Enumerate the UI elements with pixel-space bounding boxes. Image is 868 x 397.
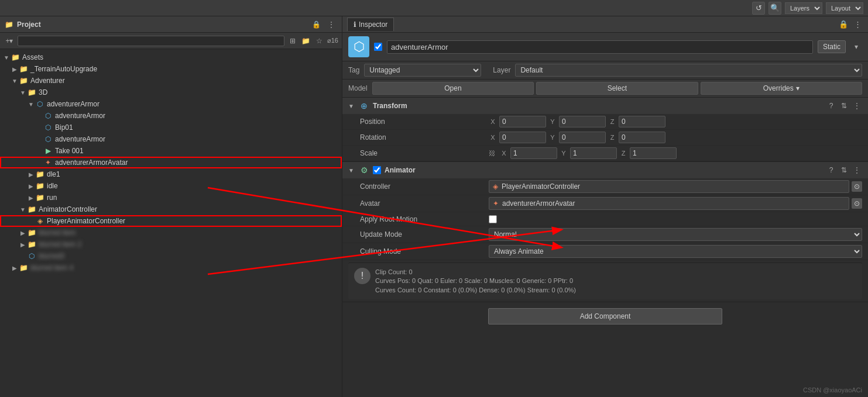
tree-item-adventurearmor-child[interactable]: ⬡adventureArmor	[0, 110, 342, 122]
position-y-input[interactable]	[559, 116, 606, 127]
view-icon-btn[interactable]: ⊞	[287, 35, 299, 47]
history-icon[interactable]: ↺	[752, 2, 765, 15]
tree-label-idle1: dle1	[47, 170, 60, 178]
culling-mode-dropdown[interactable]: Always Animate	[489, 245, 862, 258]
object-big-icon: ⬡	[348, 36, 369, 57]
rotation-y-input[interactable]	[559, 132, 606, 143]
chevron-down-icon: ▾	[796, 84, 800, 92]
add-component-button[interactable]: Add Component	[488, 308, 722, 324]
update-mode-dropdown[interactable]: Normal	[489, 228, 862, 241]
tree-item-blurred2[interactable]: ▶📁blurred item 2	[0, 239, 342, 250]
search-icon[interactable]: 🔍	[768, 2, 781, 15]
tree-item-blurred4[interactable]: ▶📁blurred item 4	[0, 262, 342, 274]
info-curves: Curves Pos: 0 Quat: 0 Euler: 0 Scale: 0 …	[375, 277, 576, 285]
static-button[interactable]: Static	[818, 40, 846, 53]
inspector-menu-btn[interactable]: ⋮	[852, 19, 863, 30]
tree-icon-terrainauto: 📁	[19, 64, 28, 74]
tree-label-animcontroller: AnimatorController	[39, 205, 97, 213]
tree-item-idle1[interactable]: ▶📁dle1	[0, 168, 342, 180]
animator-more-btn[interactable]: ⇅	[839, 165, 849, 175]
position-row: Position X Y Z	[342, 114, 868, 130]
open-button[interactable]: Open	[372, 82, 534, 95]
position-x-input[interactable]	[499, 116, 546, 127]
static-arrow-btn[interactable]: ▾	[850, 41, 862, 53]
inspector-lock-btn[interactable]: 🔒	[838, 19, 849, 30]
info-icon: ℹ	[354, 20, 356, 29]
layout-dropdown[interactable]: Layout	[826, 2, 863, 14]
tree-label-bip01: Bip01	[55, 123, 73, 132]
pos-z-label: Z	[608, 118, 616, 125]
tree-item-blurred3[interactable]: ⬡blurred3	[0, 250, 342, 262]
layers-dropdown[interactable]: Layers	[785, 2, 822, 14]
animator-enable-checkbox[interactable]	[373, 166, 381, 174]
tag-dropdown[interactable]: Untagged	[364, 64, 481, 77]
pos-y-label: Y	[548, 118, 557, 125]
tree-label-idle: idle	[47, 182, 58, 190]
rotation-x-input[interactable]	[499, 132, 546, 143]
tree-item-idle[interactable]: ▶📁idle	[0, 180, 342, 192]
scale-link-icon: ⛓	[489, 150, 495, 157]
scale-y-input[interactable]	[570, 147, 617, 159]
tree-item-animcontroller[interactable]: ▼📁AnimatorController	[0, 203, 342, 215]
add-button[interactable]: +▾	[4, 35, 15, 47]
animator-help-btn[interactable]: ?	[826, 165, 836, 175]
tree-label-adventurearmor-child: adventureArmor	[55, 112, 105, 120]
tree-label-blurred4: blurred item 4	[30, 264, 73, 272]
select-button[interactable]: Select	[536, 82, 698, 95]
apply-root-motion-checkbox[interactable]	[489, 215, 497, 223]
rot-x-label: X	[489, 134, 497, 141]
tree-item-adventurerArmorAvatar[interactable]: ✦adventurerArmorAvatar	[0, 157, 342, 168]
avatar-link-btn[interactable]: ⊙	[852, 198, 862, 209]
layer-dropdown[interactable]: Default	[515, 64, 862, 77]
update-mode-row: Update Mode Normal	[342, 226, 868, 243]
object-name-input[interactable]	[387, 40, 813, 54]
tree-item-bip01[interactable]: ⬡Bip01	[0, 122, 342, 133]
transform-help-btn[interactable]: ?	[826, 101, 836, 111]
animator-menu-btn[interactable]: ⋮	[852, 165, 862, 175]
culling-mode-label: Culling Mode	[360, 247, 489, 256]
tree-item-playeranimctrl[interactable]: ◈PlayerAnimatorController	[0, 215, 342, 227]
search-input[interactable]	[18, 36, 284, 46]
tag-label: Tag	[348, 66, 359, 74]
project-panel-header: 📁 Project 🔒 ⋮	[0, 16, 342, 33]
overrides-button[interactable]: Overrides ▾	[701, 82, 862, 95]
controller-link-btn[interactable]: ⊙	[852, 181, 862, 192]
project-title: Project	[17, 20, 41, 29]
scale-z-input[interactable]	[630, 147, 677, 159]
rotation-label: Rotation	[360, 133, 489, 141]
tree-label-assets: Assets	[22, 53, 43, 61]
scale-x-input[interactable]	[510, 147, 557, 159]
tree-item-adventurer[interactable]: ▼📁Adventurer	[0, 75, 342, 87]
animator-title: Animator	[385, 166, 822, 174]
scale-z-label: Z	[619, 150, 627, 157]
tree-item-assets[interactable]: ▼📁Assets	[0, 51, 342, 63]
tree-item-3d[interactable]: ▼📁3D	[0, 87, 342, 98]
apply-root-motion-label: Apply Root Motion	[360, 215, 489, 223]
animator-header[interactable]: ▼ ⚙ Animator ? ⇅ ⋮	[342, 162, 868, 178]
tree-item-take001[interactable]: ▶Take 001	[0, 145, 342, 157]
menu-button[interactable]: ⋮	[325, 19, 337, 30]
controller-row: Controller ◈ PlayerAnimatorController ⊙	[342, 178, 868, 195]
tree-item-adventurerarmor-parent[interactable]: ▼⬡adventurerArmor	[0, 98, 342, 110]
rotation-z-input[interactable]	[619, 132, 665, 143]
controller-icon: ◈	[493, 182, 498, 191]
tree-item-run[interactable]: ▶📁run	[0, 192, 342, 203]
tree-arrow-blurred2: ▶	[19, 241, 27, 248]
tree-label-run: run	[47, 194, 57, 202]
star-btn[interactable]: ☆	[314, 35, 325, 47]
position-z-input[interactable]	[619, 116, 665, 127]
tree-item-blurred1[interactable]: ▶📁blurred item	[0, 227, 342, 239]
transform-header[interactable]: ▼ ⊕ Transform ? ⇅ ⋮	[342, 98, 868, 114]
tree-item-terrainauto[interactable]: ▶📁_TerrainAutoUpgrade	[0, 63, 342, 75]
tree-label-blurred2: blurred item 2	[39, 240, 81, 248]
tree-arrow-adventurer: ▼	[11, 78, 19, 84]
rot-z-label: Z	[608, 134, 616, 141]
object-active-checkbox[interactable]	[374, 43, 382, 51]
folder-btn[interactable]: 📁	[300, 35, 312, 47]
lock-button[interactable]: 🔒	[310, 19, 322, 30]
transform-menu-btn[interactable]: ⋮	[852, 101, 862, 111]
inspector-tab[interactable]: ℹ Inspector	[347, 18, 394, 31]
transform-more-btn[interactable]: ⇅	[839, 101, 849, 111]
tree-icon-blurred1: 📁	[27, 228, 36, 237]
tree-item-adventurearmor2[interactable]: ⬡adventureArmor	[0, 133, 342, 145]
